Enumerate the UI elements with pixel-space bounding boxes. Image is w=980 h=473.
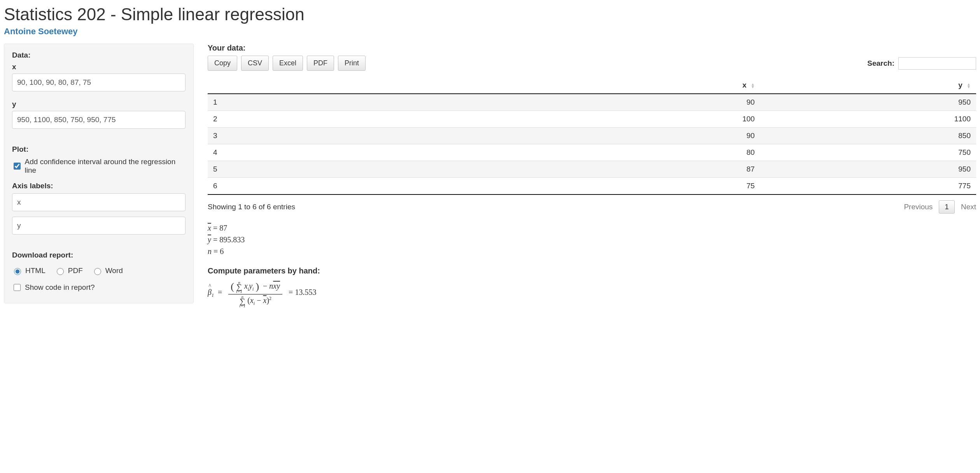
export-button-group: Copy CSV Excel PDF Print (208, 56, 366, 71)
table-cell: 100 (576, 111, 760, 128)
sort-icon: ▲▼ (751, 83, 755, 88)
table-info: Showing 1 to 6 of 6 entries (208, 203, 295, 211)
col-header-index[interactable] (208, 77, 576, 94)
table-cell: 1 (208, 94, 576, 111)
page-1-button[interactable]: 1 (939, 200, 955, 214)
prev-button[interactable]: Previous (904, 203, 933, 211)
pdf-button[interactable]: PDF (307, 56, 334, 71)
search-label: Search: (867, 59, 894, 68)
radio-word-label: Word (105, 266, 123, 275)
table-cell: 2 (208, 111, 576, 128)
radio-word[interactable] (94, 268, 101, 275)
table-cell: 775 (760, 178, 976, 195)
col-header-x[interactable]: x ▲▼ (576, 77, 760, 94)
ybar-row: y = 895.833 (208, 234, 976, 245)
table-cell: 3 (208, 128, 576, 144)
your-data-label: Your data: (208, 44, 976, 53)
table-row: 480750 (208, 144, 976, 161)
table-cell: 850 (760, 128, 976, 144)
table-cell: 4 (208, 144, 576, 161)
data-table: x ▲▼ y ▲▼ 190950210011003908504807505879… (208, 77, 976, 195)
ci-checkbox[interactable] (14, 163, 21, 170)
page-title: Statistics 202 - Simple linear regressio… (4, 5, 976, 24)
main-panel: Your data: Copy CSV Excel PDF Print Sear… (208, 44, 976, 307)
x-input[interactable] (12, 74, 186, 91)
table-row: 390850 (208, 128, 976, 144)
radio-html-label: HTML (25, 266, 46, 275)
ci-checkbox-label: Add confidence interval around the regre… (25, 158, 186, 175)
table-cell: 80 (576, 144, 760, 161)
author-link[interactable]: Antoine Soetewey (4, 26, 976, 37)
table-cell: 6 (208, 178, 576, 195)
axis-x-input[interactable] (12, 193, 186, 211)
radio-pdf[interactable] (57, 268, 64, 275)
col-header-y-label: y (958, 81, 962, 89)
table-cell: 1100 (760, 111, 976, 128)
table-cell: 75 (576, 178, 760, 195)
radio-word-row[interactable]: Word (92, 266, 123, 275)
compute-params-header: Compute parameters by hand: (208, 265, 976, 277)
y-input[interactable] (12, 111, 186, 129)
col-header-y[interactable]: y ▲▼ (760, 77, 976, 94)
stats-block: x = 87 y = 895.833 n = 6 Compute paramet… (208, 222, 976, 307)
radio-html[interactable] (14, 268, 21, 275)
table-row: 190950 (208, 94, 976, 111)
table-row: 675775 (208, 178, 976, 195)
table-cell: 5 (208, 161, 576, 178)
n-row: n = 6 (208, 245, 976, 257)
table-cell: 950 (760, 94, 976, 111)
show-code-checkbox[interactable] (14, 284, 21, 291)
beta1-row: β1 = ( n∑i=1 xiyi ) − nxy n∑i=1 (xi − x)… (208, 279, 976, 307)
col-header-x-label: x (742, 81, 747, 89)
search-input[interactable] (898, 57, 976, 70)
table-cell: 87 (576, 161, 760, 178)
excel-button[interactable]: Excel (273, 56, 303, 71)
n-value: 6 (220, 247, 224, 256)
sidebar-panel: Data: x y Plot: Add confidence interval … (4, 44, 194, 303)
axis-labels-section-label: Axis labels: (12, 182, 186, 190)
table-row: 21001100 (208, 111, 976, 128)
download-report-label: Download report: (12, 251, 186, 259)
table-cell: 90 (576, 94, 760, 111)
table-cell: 950 (760, 161, 976, 178)
radio-html-row[interactable]: HTML (12, 266, 46, 275)
csv-button[interactable]: CSV (241, 56, 269, 71)
beta1-value: 13.553 (295, 288, 316, 296)
data-section-label: Data: (12, 51, 186, 60)
y-input-label: y (12, 100, 186, 109)
plot-section-label: Plot: (12, 145, 186, 154)
x-input-label: x (12, 63, 186, 71)
xbar-value: 87 (219, 224, 227, 232)
table-cell: 750 (760, 144, 976, 161)
copy-button[interactable]: Copy (208, 56, 237, 71)
table-row: 587950 (208, 161, 976, 178)
pagination: Previous 1 Next (904, 200, 976, 214)
show-code-row[interactable]: Show code in report? (12, 283, 186, 292)
axis-y-input[interactable] (12, 217, 186, 235)
sort-icon: ▲▼ (967, 83, 971, 88)
ybar-value: 895.833 (219, 235, 245, 244)
show-code-label: Show code in report? (25, 283, 95, 292)
radio-pdf-row[interactable]: PDF (55, 266, 83, 275)
print-button[interactable]: Print (338, 56, 366, 71)
xbar-row: x = 87 (208, 222, 976, 234)
radio-pdf-label: PDF (68, 266, 83, 275)
next-button[interactable]: Next (961, 203, 976, 211)
ci-checkbox-row[interactable]: Add confidence interval around the regre… (12, 158, 186, 175)
table-cell: 90 (576, 128, 760, 144)
